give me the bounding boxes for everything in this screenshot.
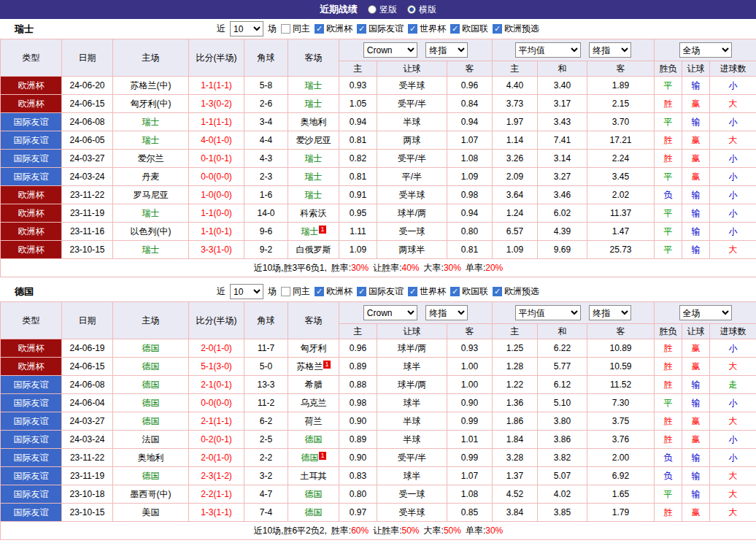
- radio-icon[interactable]: [368, 5, 377, 14]
- match-score: 1-1(1-1): [189, 77, 244, 95]
- avg-stage-select[interactable]: 终指: [589, 305, 631, 320]
- filter-checkbox-world-cup[interactable]: 世界杯: [408, 23, 446, 35]
- checkbox-icon[interactable]: [450, 24, 460, 34]
- avg-home: 1.37: [493, 467, 538, 485]
- odds-home: 0.80: [339, 485, 377, 504]
- odds-selects-cell: Crown 终指: [339, 302, 493, 324]
- filter-checkbox-friendly[interactable]: 国际友谊: [357, 23, 404, 35]
- avg-home: 3.26: [493, 150, 538, 168]
- checkbox-icon[interactable]: [408, 287, 417, 296]
- col-header-type: 类型: [1, 39, 62, 77]
- filter-checkbox-euro-qualifiers[interactable]: 欧洲预选: [493, 23, 539, 35]
- match-type: 国际友谊: [1, 504, 62, 522]
- avg-draw: 4.02: [538, 485, 587, 504]
- avg-home: 1.28: [493, 358, 538, 376]
- match-type: 国际友谊: [1, 449, 62, 467]
- filter-checkbox-world-cup[interactable]: 世界杯: [408, 285, 446, 298]
- home-team: 丹麦: [113, 168, 189, 186]
- away-team: 瑞士: [288, 186, 339, 204]
- filter-checkbox-nations-league[interactable]: 欧国联: [450, 23, 488, 35]
- result-handicap: 输: [682, 376, 710, 394]
- checkbox-icon[interactable]: [315, 24, 324, 34]
- stat-value: 50%: [402, 525, 420, 536]
- filter-checkbox-same-home[interactable]: 同主: [281, 285, 310, 298]
- checkbox-icon[interactable]: [408, 24, 417, 34]
- result-goals: 小: [710, 168, 756, 186]
- checkbox-icon[interactable]: [450, 287, 460, 296]
- filter-checkbox-friendly[interactable]: 国际友谊: [357, 285, 404, 298]
- home-team-name: 德国: [142, 398, 160, 408]
- avg-draw: 3.80: [538, 412, 587, 431]
- away-team-name: 德国: [305, 507, 323, 517]
- corner-score: 2-6: [244, 95, 288, 113]
- matches-unit-label: 场: [268, 23, 277, 35]
- odds-stage-select[interactable]: 终指: [425, 305, 468, 320]
- odds-handicap: 半球: [377, 431, 447, 449]
- home-team-name: 德国: [142, 471, 160, 481]
- match-row: 国际友谊24-03-27爱尔兰0-1(0-1)4-3瑞士0.82受平/半1.08…: [1, 150, 756, 168]
- result-goals: 大: [710, 467, 756, 485]
- odds-stage-select[interactable]: 终指: [425, 42, 468, 58]
- layout-radio-horizontal[interactable]: 横版: [407, 4, 436, 16]
- match-count-select[interactable]: 10: [230, 21, 263, 36]
- scope-select[interactable]: 全场: [679, 305, 732, 320]
- result-handicap: 输: [682, 467, 710, 485]
- result-outcome: 平: [655, 394, 682, 412]
- odds-home: 0.89: [339, 358, 377, 376]
- scope-select[interactable]: 全场: [679, 42, 732, 58]
- checkbox-icon[interactable]: [357, 24, 366, 34]
- checkbox-icon[interactable]: [281, 287, 290, 296]
- odds-handicap: 球半: [377, 394, 447, 412]
- checkbox-icon[interactable]: [493, 287, 502, 296]
- result-outcome: 平: [655, 485, 682, 504]
- filter-checkbox-euro-qualifiers[interactable]: 欧洲预选: [493, 285, 539, 298]
- bookmaker-select[interactable]: Crown: [363, 42, 417, 58]
- home-team: 德国: [113, 339, 189, 358]
- checkbox-icon[interactable]: [493, 24, 502, 34]
- match-count-select[interactable]: 10: [230, 284, 263, 299]
- filter-checkbox-same-home[interactable]: 同主: [281, 23, 310, 35]
- filter-checkbox-euro-cup[interactable]: 欧洲杯: [315, 23, 352, 35]
- bookmaker-select[interactable]: Crown: [363, 305, 417, 320]
- avg-draw: 5.10: [538, 394, 587, 412]
- odds-away: 0.84: [447, 95, 493, 113]
- checkbox-icon[interactable]: [281, 24, 290, 34]
- checkbox-icon[interactable]: [315, 287, 324, 296]
- filters: 近 10 场 同主 欧洲杯 国际友谊 世界杯 欧: [217, 21, 539, 36]
- away-team: 奥地利: [288, 113, 339, 131]
- away-team-name: 苏格兰: [296, 361, 323, 371]
- checkbox-icon[interactable]: [357, 287, 366, 296]
- filter-checkbox-euro-cup[interactable]: 欧洲杯: [315, 285, 352, 298]
- match-type: 国际友谊: [1, 412, 62, 431]
- filter-checkbox-nations-league[interactable]: 欧国联: [450, 285, 488, 298]
- odds-handicap: 球半/两: [377, 376, 447, 394]
- avg-draw: 9.69: [538, 241, 587, 259]
- odds-away: 0.94: [447, 113, 493, 131]
- match-row: 国际友谊24-03-24丹麦0-0(0-0)2-3瑞士0.81平/半1.092.…: [1, 168, 756, 186]
- home-team: 德国: [113, 376, 189, 394]
- odds-away: 1.00: [447, 376, 493, 394]
- odds-home: 0.90: [339, 449, 377, 467]
- match-score: 5-1(3-0): [189, 358, 244, 376]
- result-handicap: 输: [682, 77, 710, 95]
- home-team: 德国: [113, 467, 189, 485]
- result-outcome: 平: [655, 204, 682, 223]
- home-team-name: 瑞士: [142, 208, 160, 218]
- corner-score: 3-2: [244, 467, 288, 485]
- avg-draw: 3.46: [538, 186, 587, 204]
- avg-select[interactable]: 平均值: [515, 42, 581, 58]
- avg-select[interactable]: 平均值: [515, 305, 581, 320]
- avg-stage-select[interactable]: 终指: [589, 42, 631, 58]
- match-type: 国际友谊: [1, 376, 62, 394]
- home-team: 德国: [113, 412, 189, 431]
- red-card-badge: 1: [319, 452, 325, 460]
- odds-home: 0.89: [339, 431, 377, 449]
- radio-icon[interactable]: [407, 5, 416, 14]
- match-score: 3-3(1-0): [189, 241, 244, 259]
- odds-handicap: 球半: [377, 358, 447, 376]
- avg-away: 17.21: [587, 131, 655, 150]
- away-team-name: 土耳其: [301, 471, 327, 481]
- avg-home: 4.52: [493, 485, 538, 504]
- layout-radio-vertical[interactable]: 竖版: [368, 4, 397, 16]
- result-goals: 小: [710, 394, 756, 412]
